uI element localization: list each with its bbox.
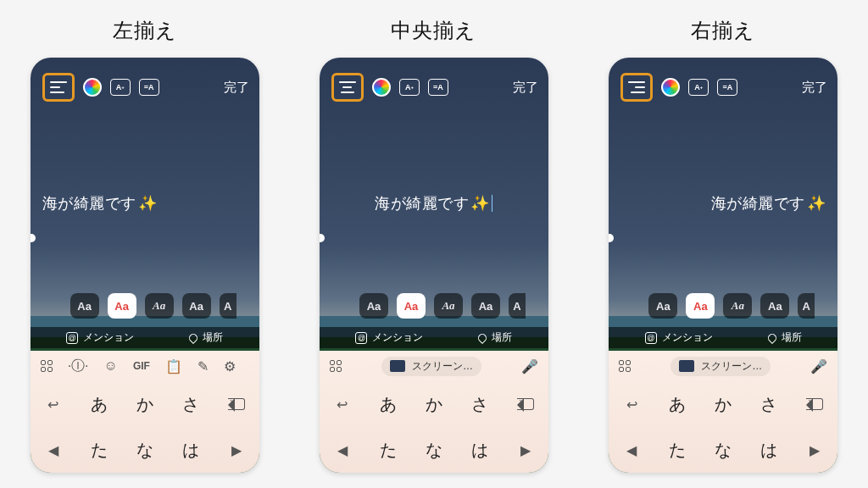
align-button-highlight xyxy=(42,73,75,102)
align-right-icon[interactable] xyxy=(628,81,645,93)
sticker-icon[interactable]: ☺ xyxy=(104,358,118,374)
caption-text-layer[interactable]: 海が綺麗です✨ xyxy=(320,193,548,214)
cursor-move-icon[interactable]: ·Ⓘ· xyxy=(68,358,89,375)
font-chip[interactable]: A xyxy=(798,293,815,319)
key-ka[interactable]: か xyxy=(122,381,168,427)
key-left[interactable]: ◀ xyxy=(320,427,365,473)
key-left[interactable]: ◀ xyxy=(609,427,654,473)
key-sa[interactable]: さ xyxy=(168,381,214,427)
font-chip[interactable]: Aa xyxy=(359,293,388,319)
mention-tag[interactable]: @メンション xyxy=(66,330,134,345)
done-button[interactable]: 完了 xyxy=(224,80,249,96)
color-picker-icon[interactable] xyxy=(372,78,391,97)
text-effect-icon[interactable]: =A xyxy=(428,79,448,96)
pen-icon[interactable]: ✎ xyxy=(198,358,209,374)
backspace-icon xyxy=(806,398,823,410)
key-backspace[interactable] xyxy=(792,381,837,427)
edge-handle[interactable] xyxy=(609,234,614,242)
color-picker-icon[interactable] xyxy=(83,78,102,97)
suggestion-pill[interactable]: スクリーン… xyxy=(381,357,481,376)
font-chip[interactable]: Aa xyxy=(182,293,211,319)
font-style-row: Aa Aa Aa Aa A xyxy=(609,293,837,319)
key-ha[interactable]: は xyxy=(168,427,214,473)
font-chip[interactable]: Aa xyxy=(648,293,677,319)
font-size-icon[interactable]: A+ xyxy=(688,79,709,96)
key-ta[interactable]: た xyxy=(654,427,700,473)
clipboard-icon[interactable]: 📋 xyxy=(165,358,182,374)
key-right[interactable]: ▶ xyxy=(214,427,259,473)
pin-icon xyxy=(187,331,199,343)
at-icon: @ xyxy=(645,332,657,344)
key-na[interactable]: な xyxy=(700,427,746,473)
font-chip[interactable]: A xyxy=(220,293,236,319)
key-ha[interactable]: は xyxy=(746,427,792,473)
column-title: 左揃え xyxy=(113,17,177,44)
key-backspace[interactable] xyxy=(503,381,548,427)
font-chip[interactable]: Aa xyxy=(434,293,463,319)
mic-icon[interactable]: 🎤 xyxy=(810,358,827,374)
grid-icon[interactable] xyxy=(330,360,342,372)
text-effect-icon[interactable]: =A xyxy=(139,79,159,96)
key-ha[interactable]: は xyxy=(457,427,503,473)
key-na[interactable]: な xyxy=(411,427,457,473)
font-size-icon[interactable]: A+ xyxy=(110,79,131,96)
key-right[interactable]: ▶ xyxy=(792,427,837,473)
soft-keyboard: ·Ⓘ· ☺ GIF 📋 ✎ ⚙ ↩ あ か さ ◀ た な xyxy=(31,351,259,473)
key-undo[interactable]: ↩ xyxy=(31,381,76,427)
keyboard-row-1: ↩ あ か さ xyxy=(31,381,259,427)
color-picker-icon[interactable] xyxy=(661,78,680,97)
key-a[interactable]: あ xyxy=(365,381,411,427)
place-tag[interactable]: 場所 xyxy=(189,330,223,345)
align-left-icon[interactable] xyxy=(50,81,67,93)
font-chip-selected[interactable]: Aa xyxy=(108,293,136,319)
done-button[interactable]: 完了 xyxy=(802,80,827,96)
done-button[interactable]: 完了 xyxy=(513,80,538,96)
tag-row: @メンション 場所 xyxy=(609,327,837,348)
mention-label: メンション xyxy=(83,330,134,345)
mic-icon[interactable]: 🎤 xyxy=(521,358,538,374)
key-ka[interactable]: か xyxy=(700,381,746,427)
key-ta[interactable]: た xyxy=(76,427,122,473)
mention-tag[interactable]: @メンション xyxy=(645,330,713,345)
key-right[interactable]: ▶ xyxy=(503,427,548,473)
font-chip[interactable]: Aa xyxy=(723,293,752,319)
caption-text-layer[interactable]: 海が綺麗です✨ xyxy=(609,193,837,214)
place-tag[interactable]: 場所 xyxy=(478,330,512,345)
phone-mockup: A+ =A 完了 海が綺麗です✨ Aa Aa Aa Aa A @メンション 場所 xyxy=(609,58,837,473)
font-size-icon[interactable]: A+ xyxy=(399,79,420,96)
key-sa[interactable]: さ xyxy=(746,381,792,427)
suggestion-pill[interactable]: スクリーン… xyxy=(670,357,771,376)
soft-keyboard: スクリーン… 🎤 ↩ あ か さ ◀ た な は ▶ xyxy=(320,351,548,473)
key-sa[interactable]: さ xyxy=(457,381,503,427)
suggestion-label: スクリーン… xyxy=(701,359,762,374)
font-chip[interactable]: A xyxy=(509,293,526,319)
key-undo[interactable]: ↩ xyxy=(320,381,365,427)
key-na[interactable]: な xyxy=(122,427,168,473)
grid-icon[interactable] xyxy=(41,360,53,372)
align-center-icon[interactable] xyxy=(339,81,356,93)
font-chip[interactable]: Aa xyxy=(471,293,500,319)
key-ka[interactable]: か xyxy=(411,381,457,427)
font-chip-selected[interactable]: Aa xyxy=(686,293,715,319)
edge-handle[interactable] xyxy=(320,234,325,242)
key-backspace[interactable] xyxy=(214,381,259,427)
key-undo[interactable]: ↩ xyxy=(609,381,654,427)
text-effect-icon[interactable]: =A xyxy=(717,79,737,96)
settings-icon[interactable]: ⚙ xyxy=(224,358,236,374)
at-icon: @ xyxy=(66,332,78,344)
key-left[interactable]: ◀ xyxy=(31,427,76,473)
font-chip[interactable]: Aa xyxy=(760,293,789,319)
font-chip[interactable]: Aa xyxy=(145,293,174,319)
caption-text: 海が綺麗です xyxy=(711,193,805,214)
caption-text-layer[interactable]: 海が綺麗です✨ xyxy=(31,193,259,214)
gif-icon[interactable]: GIF xyxy=(133,360,150,372)
mention-tag[interactable]: @メンション xyxy=(355,330,423,345)
edge-handle[interactable] xyxy=(31,234,36,242)
key-a[interactable]: あ xyxy=(654,381,700,427)
place-tag[interactable]: 場所 xyxy=(768,330,802,345)
grid-icon[interactable] xyxy=(619,360,631,372)
font-chip[interactable]: Aa xyxy=(70,293,99,319)
key-a[interactable]: あ xyxy=(76,381,122,427)
font-chip-selected[interactable]: Aa xyxy=(397,293,426,319)
key-ta[interactable]: た xyxy=(365,427,411,473)
